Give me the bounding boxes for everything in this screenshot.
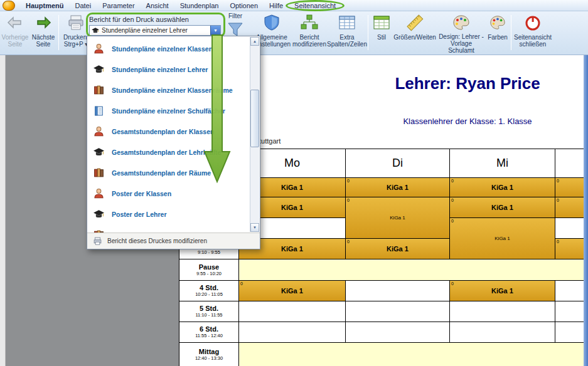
scroll-up-button[interactable]: ▲ [250, 37, 259, 46]
modify-report-label2: modifizieren [292, 41, 326, 48]
menu-item-hauptmenu[interactable]: Hauptmenü [20, 1, 70, 10]
lesson-cell: 0KiGa 1 [239, 281, 346, 301]
time-row-label: Mittag12:40 - 13:30 [179, 343, 239, 366]
shield-icon [263, 13, 281, 33]
lesson-name: KiGa 1 [281, 184, 303, 191]
lesson-cell: 0KiGa 1 [555, 239, 584, 259]
lesson-sup: 0 [557, 179, 559, 183]
vertical-scrollbar[interactable] [584, 55, 588, 366]
empty-cell [450, 301, 555, 322]
lesson-sup: 0 [240, 281, 243, 286]
time-row-label: Pause9:55 - 10:20 [179, 259, 239, 281]
report-type-list: Stundenpläne einzelner Klassen Stundenpl… [87, 36, 250, 233]
period-name: Mittag [199, 348, 219, 356]
lesson-sup: 0 [347, 239, 350, 244]
modify-this-report-label: Bericht dieses Druckes modifizieren [107, 238, 207, 244]
toolbar-separator [368, 15, 368, 50]
menu-item-seitenansicht-label: Seitenansicht [294, 2, 336, 9]
lesson-sup: 0 [451, 198, 454, 202]
report-combobox[interactable]: Stundenpläne einzelner Lehrer ▼ [89, 25, 221, 36]
classroom-books-icon [93, 84, 105, 96]
close-preview-label1: Seitenansicht [514, 34, 552, 41]
toolbar-separator [511, 15, 511, 50]
lesson-name: KiGa 1 [281, 287, 303, 295]
lesson-cell-merged: 0KiGa 1 [346, 197, 450, 239]
class-person-icon [93, 43, 105, 55]
lesson-sup: 0 [347, 198, 350, 202]
report-type-item[interactable]: Poster der Klassen [87, 183, 250, 204]
style-button[interactable]: Stil [371, 13, 392, 54]
design-button[interactable]: Design: Lehrer - Vorlage Schulamt [437, 13, 485, 54]
empty-cell [555, 281, 584, 301]
report-type-item[interactable]: Poster der Klassenräume [87, 224, 250, 233]
lesson-name: KiGa 1 [494, 236, 510, 241]
empty-cell [346, 281, 450, 301]
scroll-down-button[interactable]: ▼ [250, 223, 259, 232]
lesson-name: KiGa 1 [281, 204, 303, 211]
menu-item-seitenansicht[interactable]: Seitenansicht [289, 1, 341, 10]
report-type-item[interactable]: Stundenpläne einzelner Klassenräume [87, 80, 250, 100]
colors-label: Farben [488, 34, 508, 41]
lesson-name: KiGa 1 [387, 184, 409, 191]
report-combo-label: Bericht für den Druck auswählen [89, 15, 221, 24]
design-label1: Design: Lehrer - [439, 33, 484, 40]
lesson-sup: 0 [347, 179, 350, 183]
next-page-button[interactable]: Nächste Seite [29, 13, 57, 54]
empty-cell [346, 301, 450, 322]
sizes-widths-button[interactable]: Größen/Weiten [393, 13, 436, 54]
report-type-item[interactable]: Poster der Lehrer [87, 204, 250, 224]
menu-item-datei[interactable]: Datei [70, 1, 97, 10]
sizes-widths-label: Größen/Weiten [393, 34, 436, 41]
lesson-cell: 0KiGa 1 [346, 178, 450, 197]
report-combo-value: Stundenpläne einzelner Lehrer [102, 27, 210, 34]
report-type-dropdown: Stundenpläne einzelner Klassen Stundenpl… [87, 36, 260, 249]
report-type-item[interactable]: Gesamtstundenplan der Lehrkräfte [87, 142, 250, 162]
period-time: 9:10 - 9:55 [198, 250, 220, 256]
report-type-item[interactable]: Stundenpläne einzelner Lehrer [87, 59, 250, 80]
menu-item-hilfe[interactable]: Hilfe [264, 1, 289, 10]
lesson-cell: 0KiGa 1 [450, 178, 555, 197]
empty-cell [239, 301, 346, 322]
popup-scrollbar[interactable]: ▲ ▼ [250, 37, 259, 232]
arrow-right-icon [34, 13, 53, 33]
lesson-cell: 0KiGa 1 [555, 178, 584, 197]
menu-bar: Hauptmenü Datei Parameter Ansicht Stunde… [0, 0, 588, 11]
combo-dropdown-button[interactable]: ▼ [210, 26, 220, 35]
report-print-combo-group: Bericht für den Druck auswählen Stundenp… [89, 15, 221, 36]
extra-columns-label2: Spalten/Zeilen [327, 41, 367, 48]
extra-columns-button[interactable]: Extra Spalten/Zeilen [328, 13, 366, 54]
time-row-label: 4 Std.10:20 - 11:05 [179, 281, 239, 301]
period-time: 10:20 - 11:05 [195, 292, 223, 298]
page-header-fragment: tuttgart [259, 137, 281, 145]
modify-report-button[interactable]: Bericht modifizieren [292, 13, 327, 54]
app-logo-icon[interactable] [3, 1, 15, 11]
class-person-icon [93, 187, 105, 199]
print-label1: Drucken. [63, 34, 88, 41]
scroll-thumb[interactable] [250, 90, 259, 147]
class-person-icon [93, 125, 105, 137]
report-type-label: Poster der Lehrer [112, 211, 167, 218]
menu-item-stundenplan[interactable]: Stundenplan [174, 1, 225, 10]
previous-page-button[interactable]: Vorherige Seite [1, 13, 29, 54]
day-header-di: Di [346, 149, 450, 178]
print-label2: Strg+P ▾ [64, 41, 88, 48]
colors-button[interactable]: Farben [486, 13, 510, 54]
lesson-cell: 0KiGa 1 [346, 239, 450, 259]
report-type-item[interactable]: Gesamtstundenplan der Räume [87, 162, 250, 183]
report-type-item[interactable]: Stundenpläne einzelner Schulfächer [87, 100, 250, 121]
report-type-item[interactable]: Stundenpläne einzelner Klassen [87, 38, 250, 59]
toolbar-separator [58, 15, 59, 50]
report-type-item[interactable]: Gesamtstundenplan der Klassen [87, 121, 250, 142]
lesson-sup: 0 [557, 239, 559, 244]
time-row-label: 6 Std.11:55 - 12:40 [179, 322, 239, 343]
modify-this-report-item[interactable]: Bericht dieses Druckes modifizieren [87, 233, 260, 249]
menu-item-optionen[interactable]: Optionen [224, 1, 264, 10]
printer-icon [67, 13, 85, 33]
close-preview-button[interactable]: Seitenansicht schließen [513, 13, 552, 54]
menu-item-parameter[interactable]: Parameter [97, 1, 140, 10]
lesson-sup: 0 [451, 219, 454, 223]
lesson-name: KiGa 1 [491, 287, 513, 295]
lesson-name: KiGa 1 [387, 245, 409, 253]
menu-item-ansicht[interactable]: Ansicht [141, 1, 174, 10]
ruler-icon [405, 13, 424, 33]
